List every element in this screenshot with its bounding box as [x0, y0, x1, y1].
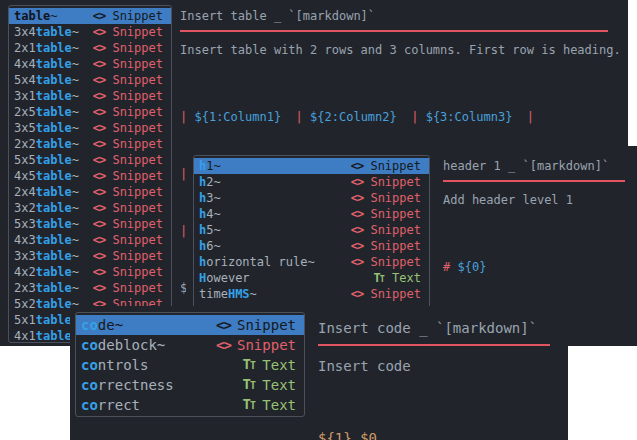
kind-icon: <>	[349, 222, 364, 238]
kind-label: Text	[262, 355, 296, 375]
kind-label: Snippet	[370, 174, 421, 190]
suggestion-label: horizontal rule~	[199, 254, 343, 270]
kind-label: Snippet	[112, 280, 163, 296]
suggestion-item[interactable]: 4x4table~ <> Snippet	[9, 56, 171, 72]
suggestion-item[interactable]: h3~ <> Snippet	[194, 190, 429, 206]
kind-label: Snippet	[112, 248, 163, 264]
kind-icon: <>	[91, 24, 106, 40]
kind-icon: <>	[91, 8, 106, 24]
doc-description: Insert code	[318, 356, 568, 376]
kind-icon: <>	[349, 190, 364, 206]
kind-icon: <>	[349, 286, 364, 302]
suggestion-item[interactable]: 5x5table~ <> Snippet	[9, 152, 171, 168]
kind-icon: TT	[241, 374, 256, 396]
kind-label: Snippet	[112, 232, 163, 248]
kind-icon: <>	[91, 40, 106, 56]
suggestion-item[interactable]: correct TT Text	[76, 395, 304, 415]
suggestion-label: 4x5table~	[14, 168, 85, 184]
suggestion-label: 3x5table~	[14, 120, 85, 136]
kind-icon: TT	[241, 354, 256, 376]
separator-rule	[180, 30, 608, 32]
suggestion-item[interactable]: table~ <> Snippet	[9, 8, 171, 24]
kind-label: Text	[262, 375, 296, 395]
doc-description: Add header level 1	[443, 192, 637, 208]
suggestion-item[interactable]: 3x2table~ <> Snippet	[9, 200, 171, 216]
suggestion-item[interactable]: 2x5table~ <> Snippet	[9, 104, 171, 120]
suggestion-item[interactable]: 5x3table~ <> Snippet	[9, 216, 171, 232]
kind-icon: <>	[91, 232, 106, 248]
suggestion-item[interactable]: 2x1table~ <> Snippet	[9, 40, 171, 56]
kind-label: Snippet	[112, 152, 163, 168]
suggestion-item[interactable]: h5~ <> Snippet	[194, 222, 429, 238]
separator-rule	[318, 344, 550, 346]
suggestion-label: h6~	[199, 238, 343, 254]
kind-icon: <>	[91, 120, 106, 136]
kind-label: Snippet	[370, 286, 421, 302]
suggestion-item[interactable]: 3x4table~ <> Snippet	[9, 24, 171, 40]
suggestion-item[interactable]: 3x3table~ <> Snippet	[9, 248, 171, 264]
kind-label: Snippet	[112, 104, 163, 120]
code-token: ${2:Column2}	[310, 110, 397, 124]
code-suggestion-list[interactable]: code~ <> Snippet codeblock~ <> Snippet c…	[75, 312, 305, 417]
suggestion-item[interactable]: h2~ <> Snippet	[194, 174, 429, 190]
kind-icon: <>	[91, 56, 106, 72]
kind-label: Snippet	[370, 222, 421, 238]
kind-label: Text	[262, 395, 296, 415]
suggestion-item[interactable]: correctness TT Text	[76, 375, 304, 395]
suggestion-item[interactable]: 2x2table~ <> Snippet	[9, 136, 171, 152]
doc-title: Insert table _ `[markdown]`	[180, 8, 624, 24]
kind-icon: <>	[91, 104, 106, 120]
suggestion-label: 2x4table~	[14, 184, 85, 200]
suggestion-item[interactable]: horizontal rule~ <> Snippet	[194, 254, 429, 270]
kind-icon: <>	[349, 174, 364, 190]
suggestion-item[interactable]: However TT Text	[194, 270, 429, 286]
suggestion-item[interactable]: timeHMS~ <> Snippet	[194, 286, 429, 302]
suggestion-item[interactable]: codeblock~ <> Snippet	[76, 335, 304, 355]
code-token: |	[397, 110, 426, 124]
suggestion-label: table~	[14, 8, 85, 24]
header-suggestion-list[interactable]: h1~ <> Snippet h2~ <> Snippet h3~ <> Sni…	[193, 155, 430, 319]
kind-label: Snippet	[370, 238, 421, 254]
suggestion-label: 5x4table~	[14, 72, 85, 88]
suggestion-item[interactable]: controls TT Text	[76, 355, 304, 375]
code-token: ${1}	[318, 430, 352, 440]
suggestion-item[interactable]: 2x3table~ <> Snippet	[9, 280, 171, 296]
kind-label: Snippet	[112, 24, 163, 40]
kind-label: Snippet	[370, 190, 421, 206]
kind-icon: <>	[91, 280, 106, 296]
kind-icon: <>	[91, 152, 106, 168]
suggestion-item[interactable]: code~ <> Snippet	[76, 315, 304, 335]
kind-label: Snippet	[112, 8, 163, 24]
code-token: #	[443, 260, 457, 274]
kind-icon: <>	[349, 238, 364, 254]
suggestion-label: 3x1table~	[14, 88, 85, 104]
kind-label: Snippet	[370, 158, 421, 174]
code-token: ${1:Column1}	[194, 110, 281, 124]
suggestion-label: 4x2table~	[14, 264, 85, 280]
kind-label: Snippet	[237, 315, 296, 335]
suggestion-item[interactable]: 2x4table~ <> Snippet	[9, 184, 171, 200]
suggestion-item[interactable]: h4~ <> Snippet	[194, 206, 429, 222]
suggestion-item[interactable]: 3x5table~ <> Snippet	[9, 120, 171, 136]
kind-label: Snippet	[112, 72, 163, 88]
suggestion-label: 3x4table~	[14, 24, 85, 40]
suggestion-label: 3x2table~	[14, 200, 85, 216]
kind-icon: <>	[91, 200, 106, 216]
suggestion-item[interactable]: 4x5table~ <> Snippet	[9, 168, 171, 184]
code-line: | ${1:Column1} | ${2:Column2} | ${3:Colu…	[180, 108, 624, 127]
kind-label: Snippet	[237, 335, 296, 355]
suggestion-item[interactable]: 4x2table~ <> Snippet	[9, 264, 171, 280]
suggestion-label: 4x4table~	[14, 56, 85, 72]
kind-icon: TT	[371, 270, 386, 287]
code-token: |	[512, 110, 534, 124]
suggestion-item[interactable]: 3x1table~ <> Snippet	[9, 88, 171, 104]
suggestion-item[interactable]: h6~ <> Snippet	[194, 238, 429, 254]
code-token: ${0}	[457, 260, 486, 274]
suggestion-item[interactable]: 4x3table~ <> Snippet	[9, 232, 171, 248]
table-suggestion-list[interactable]: table~ <> Snippet 3x4table~ <> Snippet 2…	[8, 5, 172, 343]
kind-label: Snippet	[370, 206, 421, 222]
suggestion-item[interactable]: h1~ <> Snippet	[194, 158, 429, 174]
kind-label: Snippet	[112, 216, 163, 232]
suggestion-item[interactable]: 5x4table~ <> Snippet	[9, 72, 171, 88]
kind-icon: <>	[91, 168, 106, 184]
